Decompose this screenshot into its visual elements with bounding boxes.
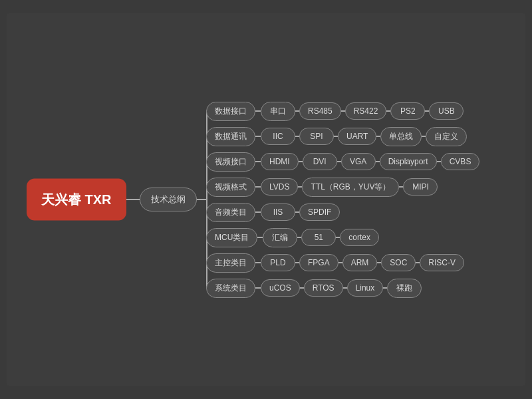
node-7-0: uCOS [261, 279, 300, 297]
node-0-1: RS485 [299, 102, 341, 120]
node-5-2: cortex [340, 229, 379, 246]
node-1-3: 单总线 [380, 127, 422, 146]
node-3-0: LVDS [261, 178, 298, 196]
center-node: 技术总纲 [140, 188, 197, 211]
node-1-1: SPI [299, 128, 334, 145]
node-5-0: 汇编 [263, 228, 297, 247]
row-6: 主控类目PLDFPGAARMSOCRISC-V [206, 251, 479, 274]
category-node-3: 视频格式 [206, 178, 255, 197]
node-7-2: Linux [347, 279, 384, 297]
node-7-1: RTOS [304, 279, 343, 297]
node-7-3: 裸跑 [387, 279, 422, 298]
category-node-0: 数据接口 [206, 102, 255, 121]
node-1-2: UART [338, 128, 376, 145]
node-2-3: Displayport [380, 153, 437, 170]
node-2-2: VGA [341, 153, 376, 170]
row-1: 数据通讯IICSPIUART单总线自定义 [206, 125, 479, 148]
node-0-3: PS2 [390, 102, 425, 120]
node-6-0: PLD [261, 254, 295, 271]
node-3-1: TTL（RGB，YUV等） [302, 178, 399, 197]
node-2-0: HDMI [261, 153, 299, 170]
node-4-0: IIS [261, 203, 295, 221]
node-3-2: MIPI [403, 178, 438, 196]
row-3: 视频格式LVDSTTL（RGB，YUV等）MIPI [206, 176, 479, 198]
node-6-2: ARM [342, 254, 378, 271]
node-6-3: SOC [381, 254, 416, 271]
node-6-1: FPGA [299, 254, 338, 271]
node-0-2: RS422 [345, 102, 387, 120]
node-1-4: 自定义 [426, 127, 467, 146]
row-4: 音频类目IISSPDIF [206, 201, 479, 223]
category-node-2: 视频接口 [206, 152, 255, 172]
category-node-6: 主控类目 [206, 253, 255, 273]
node-2-4: CVBS [441, 153, 480, 170]
main-container: 天兴睿 TXR 技术总纲 数据接口串口RS485RS422PS2USB数据通讯I… [7, 13, 525, 386]
row-7: 系统类目uCOSRTOSLinux裸跑 [206, 277, 479, 299]
root-node: 天兴睿 TXR [27, 179, 126, 221]
row-0: 数据接口串口RS485RS422PS2USB [206, 100, 479, 122]
category-node-4: 音频类目 [206, 203, 255, 222]
node-2-1: DVI [303, 153, 337, 170]
category-node-7: 系统类目 [206, 279, 255, 298]
node-0-0: 串口 [261, 102, 295, 121]
category-node-1: 数据通讯 [206, 127, 255, 146]
node-6-4: RISC-V [420, 254, 464, 271]
category-node-5: MCU类目 [206, 228, 257, 247]
row-2: 视频接口HDMIDVIVGADisplayportCVBS [206, 150, 479, 173]
row-5: MCU类目汇编51cortex [206, 226, 479, 249]
node-0-4: USB [429, 102, 464, 120]
node-4-1: SPDIF [299, 203, 340, 221]
node-1-0: IIC [261, 128, 295, 145]
node-5-1: 51 [301, 229, 336, 246]
